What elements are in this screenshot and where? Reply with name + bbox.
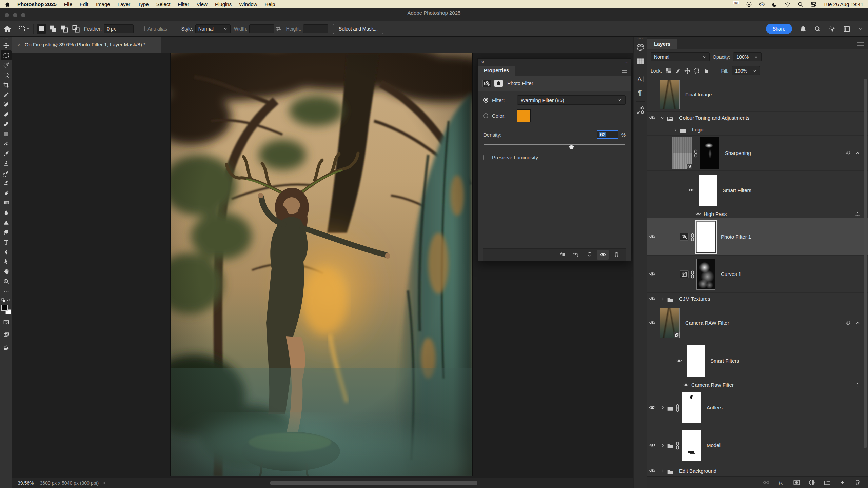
zoom-level-input[interactable]: 39.56% [18,480,34,486]
lock-position-icon[interactable] [684,68,690,74]
eye-icon[interactable] [649,469,656,473]
menu-select[interactable]: Select [153,1,174,7]
move-tool[interactable] [1,41,12,50]
tool-presets-panel-icon[interactable] [636,106,645,115]
layer-row-content[interactable]: Edit Background [657,464,868,476]
add-mask-icon[interactable] [793,479,800,486]
swatches-panel-icon[interactable] [636,57,645,65]
gradient-tool[interactable] [1,198,12,208]
feather-input[interactable]: 0 px [104,24,134,33]
share-button[interactable]: Share [766,24,792,34]
layer-thumbnail[interactable] [696,259,715,290]
density-input[interactable]: 62 [597,130,618,139]
eye-icon[interactable] [649,443,656,447]
remove-tool[interactable] [1,227,12,237]
visibility-eye-icon[interactable] [597,250,609,260]
layer-row-content[interactable]: Final Image [657,77,868,111]
blur-tool[interactable] [1,208,12,218]
content-aware-move-tool[interactable] [1,139,12,149]
wd-badge-icon[interactable]: WD [733,1,739,7]
eye-icon[interactable] [649,235,656,239]
toolbar-grip[interactable]: ▪▪▪▪ [0,37,12,41]
layer-visibility-toggle[interactable] [647,210,657,218]
layer-row[interactable]: Smart Filters [647,341,868,381]
document-image[interactable] [171,53,472,476]
link-mask-icon[interactable] [694,149,698,157]
clip-to-layer-icon[interactable] [556,250,568,260]
blend-sliders-icon[interactable] [855,382,861,388]
menu-photoshop-2025[interactable]: Photoshop 2025 [14,1,60,7]
lock-all-icon[interactable] [703,68,709,74]
color-panel-icon[interactable] [636,43,645,52]
layers-scrollbar[interactable] [864,79,867,448]
filter-radio[interactable] [483,98,488,103]
layer-row[interactable]: Antlers [647,389,868,426]
blend-mode-select[interactable]: Normal [651,52,710,61]
brush-tool[interactable] [1,149,12,159]
layer-visibility-toggle[interactable] [647,293,657,305]
menu-type[interactable]: Type [134,1,153,7]
edit-toolbar[interactable] [1,286,12,296]
healing-brush-tool[interactable] [1,109,12,119]
layer-row[interactable]: Logo [647,124,868,136]
lock-pixels-icon[interactable] [675,68,681,74]
link-mask-icon[interactable] [675,404,680,411]
eye-icon[interactable] [676,359,682,363]
layer-visibility-toggle[interactable] [647,218,657,255]
opacity-input[interactable]: 100% [733,52,762,61]
layer-row-icons[interactable] [855,382,861,388]
color-swatch[interactable] [517,109,531,122]
swap-colors-icon[interactable] [1,298,11,302]
filter-select[interactable]: Warming Filter (85) [517,95,626,105]
layer-row[interactable]: Colour Toning and Adjustments [647,112,868,124]
collapse-panel-icon[interactable]: « [626,60,628,65]
smart-filter-badge-icon[interactable] [846,150,851,156]
marquee-preset-icon[interactable] [18,25,26,33]
quick-mask-button[interactable] [1,317,12,327]
photo-filter-adjustment-icon[interactable] [680,233,689,241]
screen-mode-button[interactable] [1,330,12,340]
moon-icon[interactable] [772,1,778,7]
eye-icon[interactable] [649,405,656,410]
link-mask-icon[interactable] [690,270,695,278]
zoom-tool[interactable] [1,277,12,286]
apple-menu-icon[interactable] [5,1,11,7]
menubar-clock[interactable]: Tue 26 Aug 19:41 [823,1,863,7]
swap-dimensions-icon[interactable] [274,25,282,33]
eye-icon[interactable] [649,321,656,325]
canvas-area[interactable]: ✕ « Properties Photo Filter Filter: Warm… [12,53,633,478]
layer-thumbnail[interactable] [687,345,705,377]
anti-alias-checkbox[interactable] [140,26,145,31]
layer-visibility-toggle[interactable] [647,77,657,111]
layer-thumbnail[interactable] [700,137,719,169]
layer-visibility-toggle[interactable] [647,381,657,389]
intersect-selection-button[interactable] [71,24,81,34]
layer-thumbnail[interactable] [696,221,715,252]
layer-visibility-toggle[interactable] [647,124,657,135]
color-radio[interactable] [483,113,488,118]
w-circle-icon[interactable] [746,1,752,7]
layer-visibility-toggle[interactable] [647,426,657,464]
horizontal-scrollbar[interactable] [270,481,477,485]
frame-tool[interactable] [1,129,12,139]
layer-thumbnail[interactable] [682,392,701,423]
generative-workflow-icon[interactable] [1,342,12,352]
layer-visibility-toggle[interactable] [647,305,657,341]
layer-thumbnail[interactable] [699,175,717,206]
discover-lightbulb-icon[interactable] [829,25,836,33]
collapse-caret-icon[interactable] [855,150,861,156]
adjustment-layer-icon[interactable] [808,479,815,486]
link-mask-icon[interactable] [675,442,680,449]
workspace-switcher-icon[interactable] [843,25,850,33]
search-icon[interactable] [814,25,821,33]
lock-transparency-icon[interactable] [665,68,671,74]
eye-icon[interactable] [649,297,656,301]
layer-row-content[interactable]: Smart Filters [657,171,868,210]
new-selection-button[interactable] [37,24,46,34]
lock-artboard-icon[interactable] [694,68,700,74]
curves-adjustment-icon[interactable] [680,270,689,278]
tab-layers[interactable]: Layers [647,39,677,49]
subtract-from-selection-button[interactable] [60,24,69,34]
layer-thumbnail[interactable] [672,137,692,169]
dock-grip[interactable]: ▪▪▪▪ [638,37,643,41]
